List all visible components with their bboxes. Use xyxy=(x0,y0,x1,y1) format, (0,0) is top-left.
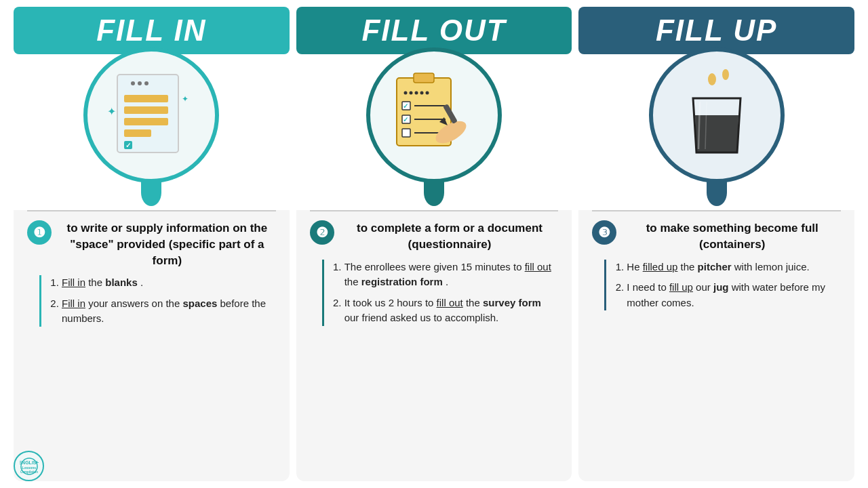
fill-up-badge: ❸ xyxy=(592,220,616,245)
column-fill-out: FILL OUT ✓ xyxy=(296,7,572,481)
fill-up-definition-block: ❸ to make something become full (contain… xyxy=(592,220,841,253)
fill-out-ex1-form: registration form xyxy=(361,276,443,287)
svg-point-3 xyxy=(144,81,149,85)
fill-in-definition-block: ❶ to write or supply information on the … xyxy=(27,220,276,268)
fill-in-ex2-spaces: spaces xyxy=(182,298,217,309)
svg-rect-5 xyxy=(124,106,168,114)
svg-text:✓: ✓ xyxy=(403,116,408,123)
fill-in-ex1-end: . xyxy=(140,277,143,288)
svg-point-16 xyxy=(415,92,418,95)
column-fill-up: FILL UP xyxy=(578,7,854,481)
logo-icon: ENGLISH Lessons Compilation xyxy=(14,451,44,481)
svg-point-14 xyxy=(404,92,408,95)
fill-out-divider: The enrollees were given 15 minutes to f… xyxy=(322,260,559,326)
svg-rect-13 xyxy=(414,73,434,83)
svg-text:✓: ✓ xyxy=(125,142,131,149)
fill-up-divider: He filled up the pitcher with lemon juic… xyxy=(604,260,841,311)
fill-out-ex2-text2: the xyxy=(466,297,483,308)
svg-point-15 xyxy=(410,92,413,95)
fill-out-ex1-end: . xyxy=(446,276,448,287)
fill-in-example-1: Fill in the blanks . xyxy=(62,275,276,291)
fill-out-ex1-text1: The enrollees were given 15 minutes to xyxy=(344,261,525,272)
fill-up-icon-circle xyxy=(649,47,785,183)
fill-out-definition: to complete a form or a document (questi… xyxy=(341,220,559,253)
fill-out-icon-container: ✓ ✓ xyxy=(366,47,502,210)
fill-up-ex1-text2: the xyxy=(681,261,698,272)
fill-in-examples: Fill in the blanks . Fill in your answer… xyxy=(48,275,276,327)
fill-in-ex1-text1: the xyxy=(88,277,105,288)
fill-in-icon-container: ✓ ✦ ✦ xyxy=(83,47,219,210)
fill-up-ex1-text1: He xyxy=(627,261,642,272)
fill-out-ex2-end: our friend asked us to accomplish. xyxy=(344,312,499,323)
fill-up-examples: He filled up the pitcher with lemon juic… xyxy=(613,260,841,311)
fill-in-svg: ✓ ✦ ✦ xyxy=(100,64,202,166)
fill-in-ex1-phrase: Fill in xyxy=(62,277,85,288)
svg-point-2 xyxy=(138,81,142,85)
fill-out-definition-block: ❷ to complete a form or a document (ques… xyxy=(310,220,559,253)
svg-rect-4 xyxy=(124,95,168,102)
svg-text:ENGLISH: ENGLISH xyxy=(20,460,39,465)
svg-rect-6 xyxy=(124,118,168,125)
fill-in-badge: ❶ xyxy=(27,220,52,245)
svg-rect-7 xyxy=(124,129,151,137)
fill-up-example-1: He filled up the pitcher with lemon juic… xyxy=(627,260,841,275)
fill-up-tail xyxy=(707,179,727,206)
svg-point-17 xyxy=(420,92,424,95)
fill-in-divider: Fill in the blanks . Fill in your answer… xyxy=(39,275,276,327)
fill-up-ex2-jug: jug xyxy=(713,281,729,293)
fill-in-ex1-blanks: blanks xyxy=(105,277,138,288)
fill-in-ex2-phrase: Fill in xyxy=(62,298,85,309)
fill-up-example-2: I need to fill up our jug with water bef… xyxy=(627,280,841,310)
fill-up-ex1-phrase: filled up xyxy=(643,261,678,272)
fill-out-ex2-phrase: fill out xyxy=(437,297,463,308)
fill-out-examples: The enrollees were given 15 minutes to f… xyxy=(331,260,559,326)
fill-in-title: FILL IN xyxy=(96,14,206,47)
fill-out-icon-circle: ✓ ✓ xyxy=(366,47,502,183)
svg-text:Lessons: Lessons xyxy=(22,466,36,470)
fill-out-title: FILL OUT xyxy=(361,14,506,47)
fill-up-ex1-pitcher: pitcher xyxy=(698,261,732,272)
svg-point-18 xyxy=(426,92,429,95)
logo-area: ENGLISH Lessons Compilation xyxy=(14,451,44,481)
fill-up-title: FILL UP xyxy=(656,14,777,47)
svg-text:✦: ✦ xyxy=(107,106,116,117)
fill-in-icon-circle: ✓ ✦ ✦ xyxy=(83,47,219,183)
fill-in-example-2: Fill in your answers on the spaces befor… xyxy=(62,296,276,327)
fill-in-tail xyxy=(141,179,161,206)
fill-out-example-2: It took us 2 hours to fill out the surve… xyxy=(344,296,559,326)
fill-up-ex2-phrase: fill up xyxy=(669,281,693,293)
fill-out-ex1-text2: the xyxy=(344,276,361,287)
svg-rect-23 xyxy=(402,129,410,137)
fill-up-content: ❸ to make something become full (contain… xyxy=(578,210,854,481)
fill-in-ex2-text1: your answers on the xyxy=(88,298,182,309)
svg-point-1 xyxy=(131,81,135,85)
fill-out-ex2-form: survey form xyxy=(483,297,541,308)
fill-out-badge: ❷ xyxy=(310,220,334,245)
fill-out-content: ❷ to complete a form or a document (ques… xyxy=(296,210,572,481)
main-content: FILL IN ✓ xyxy=(0,0,868,488)
fill-up-ex2-text2: our xyxy=(696,281,713,293)
fill-out-tail xyxy=(424,179,444,206)
fill-up-ex1-end: with lemon juice. xyxy=(734,261,810,272)
fill-up-definition: to make something become full (container… xyxy=(623,220,841,253)
fill-out-example-1: The enrollees were given 15 minutes to f… xyxy=(344,260,559,290)
svg-point-31 xyxy=(722,69,729,80)
fill-out-ex2-text1: It took us 2 hours to xyxy=(344,297,437,308)
svg-text:Compilation: Compilation xyxy=(20,470,38,474)
svg-point-30 xyxy=(708,73,716,85)
column-fill-in: FILL IN ✓ xyxy=(14,7,290,481)
fill-out-svg: ✓ ✓ xyxy=(383,64,485,166)
logo-svg: ENGLISH Lessons Compilation xyxy=(20,457,39,476)
svg-text:✦: ✦ xyxy=(182,94,189,104)
fill-up-svg xyxy=(666,64,768,166)
fill-up-icon-container xyxy=(649,47,785,210)
fill-in-content: ❶ to write or supply information on the … xyxy=(14,210,290,481)
fill-out-ex1-phrase: fill out xyxy=(525,261,551,272)
fill-up-ex2-text1: I need to xyxy=(627,281,669,293)
svg-text:✓: ✓ xyxy=(403,102,408,110)
fill-in-definition: to write or supply information on the "s… xyxy=(58,220,276,268)
